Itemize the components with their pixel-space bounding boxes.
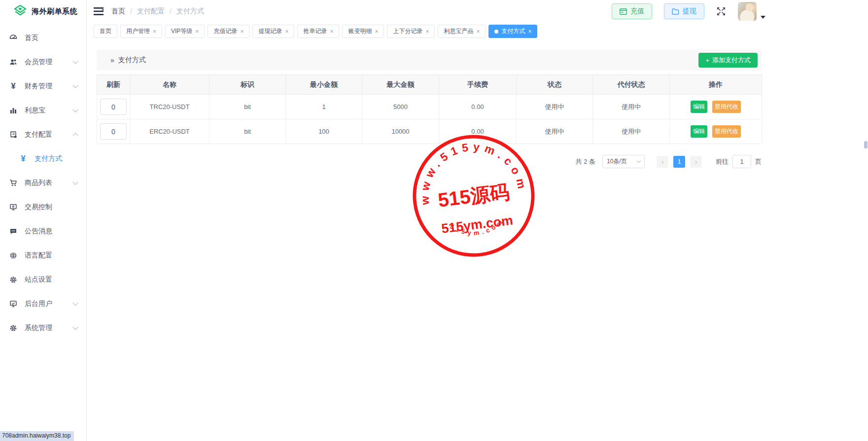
sidebar-item-trade-control[interactable]: 交易控制 (0, 195, 86, 219)
avatar[interactable] (738, 2, 757, 21)
close-icon[interactable]: × (285, 29, 288, 35)
sidebar-item-interest[interactable]: 利息宝 (0, 98, 86, 122)
refresh-input[interactable] (100, 99, 127, 115)
col-refresh: 刷新 (97, 75, 130, 95)
tab-withdraw-records[interactable]: 提现记录 × (252, 25, 294, 38)
sidebar-item-label: 后台用户 (25, 299, 52, 308)
users-icon (9, 58, 18, 67)
message-icon (9, 227, 18, 236)
chevron-down-icon (72, 324, 78, 330)
user-menu[interactable] (738, 2, 765, 21)
caret-down-icon (761, 16, 765, 19)
fullscreen-icon[interactable] (716, 6, 726, 16)
tab-home[interactable]: 首页 (94, 25, 117, 38)
sidebar-item-finance[interactable]: ¥ 财务管理 (0, 74, 86, 98)
status-bar-link: 708admin.haiwaiym38.top (0, 431, 74, 441)
add-payment-method-button[interactable]: + 添加支付方式 (698, 53, 758, 68)
sidebar-item-language[interactable]: 语言配置 (0, 243, 86, 267)
sidebar-item-admin-users[interactable]: 后台用户 (0, 292, 86, 316)
tab-order-grab-records[interactable]: 抢单记录 × (297, 25, 339, 38)
tab-label: 利息宝产品 (444, 27, 473, 36)
sidebar-item-home[interactable]: 首页 (0, 26, 86, 50)
breadcrumb-separator: / (130, 7, 132, 15)
vertical-scrollbar-thumb[interactable] (864, 141, 868, 148)
sidebar-item-members[interactable]: 会员管理 (0, 50, 86, 74)
tab-interest-products[interactable]: 利息宝产品 × (438, 25, 486, 38)
disable-collect-button[interactable]: 禁用代收 (712, 125, 741, 138)
yen-icon: ¥ (9, 82, 18, 91)
tab-label: 上下分记录 (393, 27, 422, 36)
stamp-center-domain: 515ym.com (441, 213, 514, 236)
sidebar-item-system[interactable]: 系统管理 (0, 316, 86, 340)
cell-min: 100 (286, 119, 362, 144)
dashboard-icon (9, 34, 18, 42)
current-page-button[interactable]: 1 (673, 156, 685, 168)
page-title: » 支付方式 (110, 56, 146, 65)
sidebar-collapse-icon[interactable] (94, 7, 104, 15)
sidebar-item-label: 首页 (25, 34, 38, 42)
close-icon[interactable]: × (153, 29, 156, 35)
close-icon[interactable]: × (375, 29, 378, 35)
tab-label: 首页 (100, 27, 111, 36)
sidebar-item-site-settings[interactable]: 站点设置 (0, 267, 86, 292)
sidebar-item-label: 站点设置 (25, 275, 52, 284)
sidebar-item-label: 交易控制 (25, 203, 52, 212)
tab-payment-method[interactable]: 支付方式 × (488, 25, 537, 38)
col-min: 最小金额 (286, 75, 362, 95)
sidebar-item-payment-config[interactable]: 支付配置 (0, 122, 86, 147)
sidebar-item-products[interactable]: 商品列表 (0, 171, 86, 195)
tab-label: 充值记录 (213, 27, 237, 36)
sidebar-item-label: 支付方式 (35, 154, 62, 163)
sidebar-item-label: 语言配置 (25, 251, 52, 260)
withdraw-button[interactable]: 提现 (664, 3, 704, 19)
chevron-down-icon (72, 58, 78, 64)
breadcrumb-payment-config[interactable]: 支付配置 (137, 7, 165, 16)
agent-status-badge: 使用中 (593, 119, 670, 144)
tab-updown-records[interactable]: 上下分记录 × (387, 25, 435, 38)
prev-page-button[interactable]: ‹ (657, 156, 668, 168)
agent-status-badge: 使用中 (593, 95, 670, 119)
tab-recharge-records[interactable]: 充值记录 × (208, 25, 249, 38)
app-logo-row[interactable]: 海外刷单系统 (0, 0, 86, 23)
topbar-actions: 充值 提现 (612, 2, 765, 21)
close-icon[interactable]: × (528, 29, 531, 35)
cell-name: TRC20-USDT (130, 95, 209, 119)
content: » 支付方式 + 添加支付方式 刷新 名称 (87, 42, 762, 168)
disable-collect-button[interactable]: 禁用代收 (712, 101, 741, 113)
breadcrumb-home[interactable]: 首页 (111, 7, 125, 16)
app-root: 海外刷单系统 首页 会员管理 ¥ 财务管理 (0, 0, 868, 441)
col-max: 最大金额 (362, 75, 439, 95)
close-icon[interactable]: × (425, 29, 429, 35)
close-icon[interactable]: × (330, 29, 333, 35)
cart-icon (9, 179, 18, 187)
page-size-select[interactable]: 10条/页 (602, 155, 645, 168)
cell-max: 10000 (362, 119, 439, 144)
cell-min: 1 (286, 95, 362, 119)
tab-vip-level[interactable]: VIP等级 × (165, 25, 205, 38)
edit-button[interactable]: 编辑 (691, 125, 707, 138)
goto-unit: 页 (755, 157, 762, 166)
sidebar-menu: 首页 会员管理 ¥ 财务管理 利息宝 (0, 23, 86, 340)
breadcrumb-payment-method[interactable]: 支付方式 (176, 7, 204, 16)
yuan-icon: ¥ (19, 154, 28, 163)
close-icon[interactable]: × (476, 29, 480, 35)
sidebar-item-label: 财务管理 (25, 82, 52, 91)
sidebar-item-payment-method[interactable]: ¥ 支付方式 (0, 147, 86, 171)
close-icon[interactable]: × (240, 29, 243, 35)
topbar: 首页 / 支付配置 / 支付方式 充值 提现 (87, 0, 868, 23)
tab-account-changes[interactable]: 账变明细 × (342, 25, 384, 38)
tab-user-management[interactable]: 用户管理 × (120, 25, 162, 38)
refresh-input[interactable] (100, 123, 127, 140)
col-fee: 手续费 (439, 75, 517, 95)
globe-icon (9, 251, 18, 260)
tab-label: 用户管理 (126, 27, 150, 36)
next-page-button[interactable]: › (690, 156, 702, 168)
sidebar-item-announcements[interactable]: 公告消息 (0, 219, 86, 243)
breadcrumb: 首页 / 支付配置 / 支付方式 (111, 7, 204, 16)
goto-page-input[interactable] (732, 155, 751, 168)
panel-header: » 支付方式 + 添加支付方式 (97, 50, 762, 71)
close-icon[interactable]: × (195, 29, 199, 35)
edit-button[interactable]: 编辑 (691, 101, 707, 113)
recharge-button[interactable]: 充值 (612, 3, 652, 19)
breadcrumb-separator: / (170, 7, 172, 15)
